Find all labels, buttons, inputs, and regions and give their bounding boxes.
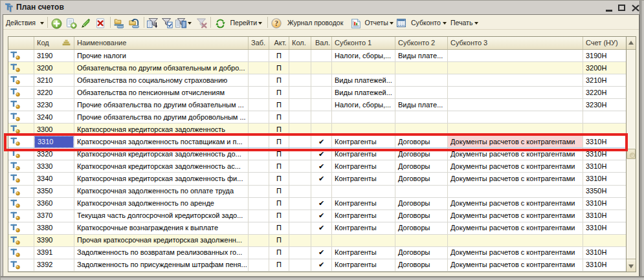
- svg-text:?: ?: [274, 19, 278, 27]
